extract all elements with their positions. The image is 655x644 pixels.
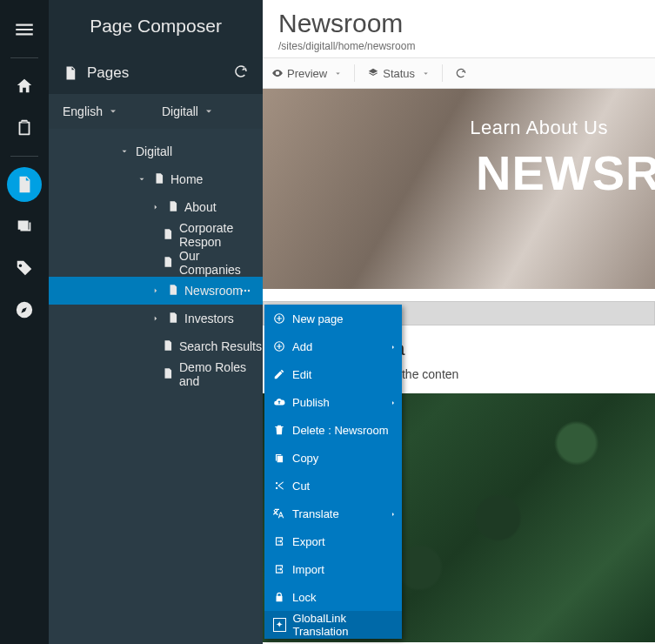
tree-node[interactable]: Demo Roles and [49, 360, 263, 388]
chevron-down-icon [334, 70, 342, 77]
refresh-button[interactable] [233, 64, 249, 83]
page-header: Newsroom /sites/digitall/home/newsroom [263, 0, 655, 57]
ctx-new-page[interactable]: New page [264, 305, 402, 332]
refresh-button[interactable] [455, 67, 467, 79]
ctx-label: New page [292, 312, 344, 325]
ctx-copy[interactable]: Copy [264, 444, 402, 472]
preview-label: Preview [287, 67, 327, 80]
more-button[interactable] [238, 284, 252, 298]
menu-button[interactable] [0, 9, 49, 50]
clipboard-icon [15, 118, 34, 138]
ctx-publish[interactable]: Publish [264, 388, 402, 416]
status-button[interactable]: Status [367, 67, 415, 80]
tree-node[interactable]: Search Results [49, 332, 263, 360]
ctx-label: Copy [292, 452, 318, 465]
chevron-down-icon [137, 175, 146, 184]
ctx-globallink[interactable]: ✦ GlobalLink Translation [264, 611, 402, 639]
status-dropdown[interactable] [422, 67, 430, 80]
site-selector[interactable]: Digitall [162, 104, 214, 118]
ctx-label: Export [292, 535, 325, 548]
page-icon [162, 367, 174, 379]
page-icon [15, 175, 34, 194]
home-icon [15, 77, 34, 96]
page-icon [153, 172, 165, 184]
cloud-upload-icon [273, 396, 285, 408]
eye-icon [271, 67, 284, 79]
svg-point-1 [244, 290, 246, 292]
page-icon [167, 312, 179, 324]
layers-icon [367, 67, 379, 79]
page-tree: Digitall Home About Corporate Respon Our… [49, 129, 263, 644]
chevron-right-icon [151, 314, 160, 323]
pages-header: Pages [49, 52, 263, 94]
export-icon [273, 535, 285, 547]
app-rail [0, 0, 49, 644]
ctx-cut[interactable]: Cut [264, 472, 402, 500]
import-icon [273, 563, 285, 575]
hero-subtitle: Learn About Us [470, 117, 608, 139]
hero-banner: Learn About Us NEWSROOM [263, 89, 655, 289]
preview-dropdown[interactable] [334, 67, 342, 80]
page-icon [167, 284, 179, 296]
tree-label: Search Results [179, 339, 262, 353]
tree-label: About [184, 200, 217, 214]
hamburger-icon [13, 18, 36, 41]
tree-node-home[interactable]: Home [49, 165, 263, 193]
ctx-label: Add [292, 340, 312, 353]
home-button[interactable] [0, 65, 49, 107]
media-icon [15, 217, 34, 236]
language-value: English [63, 104, 103, 118]
language-selector[interactable]: English [63, 104, 118, 118]
tree-label: Newsroom [184, 284, 243, 298]
status-label: Status [383, 67, 415, 80]
ctx-lock[interactable]: Lock [264, 583, 402, 611]
compass-icon [15, 300, 34, 319]
site-value: Digitall [162, 104, 198, 118]
ctx-label: Delete : Newsroom [292, 424, 389, 437]
chevron-down-icon [422, 70, 430, 77]
page-icon [162, 339, 174, 352]
ctx-edit[interactable]: Edit [264, 360, 402, 388]
page-icon [63, 65, 78, 81]
tree-node-selected[interactable]: Newsroom [49, 277, 263, 305]
chevron-right-icon [151, 203, 160, 211]
chevron-right-icon [151, 286, 160, 295]
page-title: Newsroom [278, 9, 639, 38]
tree-label: Home [170, 172, 203, 186]
media-button[interactable] [0, 205, 49, 247]
ctx-translate[interactable]: Translate [264, 500, 402, 527]
tag-icon [15, 258, 34, 278]
ctx-add[interactable]: Add [264, 332, 402, 360]
plus-circle-icon [273, 312, 285, 325]
chevron-down-icon [108, 106, 118, 117]
trash-icon [273, 424, 285, 436]
translate-icon [273, 507, 285, 520]
ctx-label: Import [292, 563, 324, 576]
page-composer-button[interactable] [7, 167, 42, 202]
tree-node[interactable]: About [49, 193, 263, 221]
tree-node[interactable]: Corporate Respon [49, 221, 263, 249]
tag-button[interactable] [0, 247, 49, 289]
ctx-export[interactable]: Export [264, 527, 402, 555]
ctx-delete[interactable]: Delete : Newsroom [264, 416, 402, 444]
preview-button[interactable]: Preview [271, 67, 327, 80]
explore-button[interactable] [0, 289, 49, 331]
tree-node-site[interactable]: Digitall [49, 138, 263, 165]
plus-circle-icon [273, 340, 285, 352]
tree-node[interactable]: Investors [49, 305, 263, 332]
pages-label: Pages [87, 64, 129, 82]
app-title: Page Composer [49, 0, 263, 52]
svg-point-2 [248, 290, 250, 292]
ctx-label: Cut [292, 480, 310, 493]
chevron-right-icon [390, 511, 397, 518]
ctx-label: Publish [292, 396, 330, 409]
ctx-import[interactable]: Import [264, 555, 402, 583]
clipboard-button[interactable] [0, 107, 49, 149]
toolbar-separator [354, 64, 355, 82]
page-icon [167, 200, 179, 212]
toolbar: Preview Status [263, 57, 655, 89]
tree-node[interactable]: Our Companies [49, 249, 263, 277]
ctx-label: Translate [292, 507, 339, 520]
ctx-label: Lock [292, 591, 316, 604]
lock-icon [273, 591, 285, 603]
